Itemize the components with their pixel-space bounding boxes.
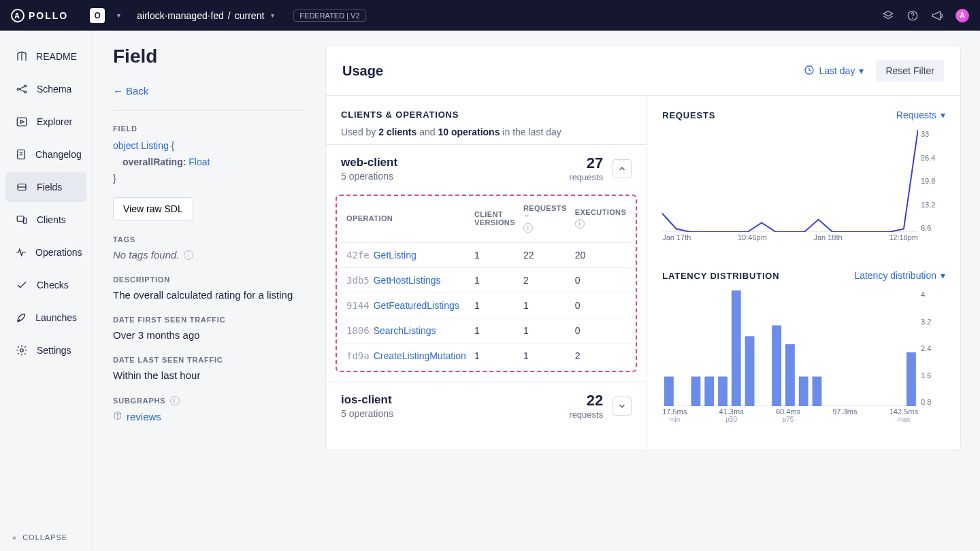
op-hash: fd9a [346, 350, 370, 361]
layers-icon[interactable] [882, 10, 894, 22]
operation-row[interactable]: fd9aCreateListingMutation 1 1 2 [342, 344, 630, 369]
graph-crumb[interactable]: airlock-managed-fed / current ▾ [137, 10, 274, 21]
arrow-left-icon: ← [113, 85, 123, 97]
sidebar-item-launches[interactable]: Launches [5, 303, 86, 333]
graph-icon [15, 82, 29, 96]
info-icon[interactable]: i [170, 396, 180, 405]
client-block-web: web-client 5 operations 27 requests [326, 144, 647, 372]
operation-row[interactable]: 9144GetFeaturedListings 1 1 0 [342, 293, 630, 318]
chevron-down-icon: ▾ [117, 12, 120, 19]
col-operation[interactable]: OPERATION [342, 197, 470, 243]
col-client-versions[interactable]: CLIENT VERSIONS [470, 197, 519, 243]
tags-text: No tags found. [113, 249, 180, 261]
chevron-down-icon: ▾ [941, 270, 945, 281]
org-switcher[interactable]: O [90, 8, 105, 23]
info-icon[interactable]: i [184, 250, 193, 260]
op-requests: 1 [519, 318, 571, 344]
op-executions: 0 [571, 318, 631, 344]
def-type[interactable]: Listing [141, 140, 168, 151]
sidebar: README Schema Explorer Changelog Fields … [0, 31, 93, 551]
svg-marker-7 [21, 120, 24, 124]
sidebar-label: Clients [37, 214, 66, 225]
op-name-link[interactable]: GetListing [374, 250, 416, 261]
sidebar-item-clients[interactable]: Clients [5, 205, 86, 235]
col-requests[interactable]: REQUESTS i [519, 197, 571, 243]
client-block-ios: ios-client 5 operations 22 requests [326, 382, 647, 429]
operation-row[interactable]: 1806SearchListings 1 1 0 [342, 318, 630, 344]
svg-rect-16 [664, 377, 674, 406]
sidebar-label: Fields [37, 182, 62, 193]
op-requests: 1 [519, 344, 571, 369]
view-raw-sdl-button[interactable]: View raw SDL [113, 197, 193, 220]
sidebar-item-explorer[interactable]: Explorer [5, 107, 86, 137]
usage-pane: Usage Last day ▾ Reset Filter [325, 31, 980, 551]
sidebar-label: Changelog [35, 149, 82, 160]
svg-rect-8 [18, 150, 25, 159]
clients-operations-panel: CLIENTS & OPERATIONS Used by 2 clients a… [326, 96, 647, 450]
megaphone-icon[interactable] [931, 10, 943, 22]
col-executions[interactable]: EXECUTIONS i [571, 197, 631, 243]
usage-card: Usage Last day ▾ Reset Filter [325, 46, 961, 450]
brand-text: POLLO [29, 10, 68, 21]
svg-rect-19 [718, 377, 728, 406]
label-tags: TAGS [113, 235, 305, 244]
operation-row[interactable]: 3db5GetHostListings 1 2 0 [342, 268, 630, 293]
sidebar-label: Operations [35, 247, 82, 258]
check-icon [15, 278, 29, 292]
op-requests: 2 [519, 268, 571, 293]
chevron-down-icon: ▾ [271, 12, 274, 19]
op-name-link[interactable]: GetFeaturedListings [374, 300, 459, 311]
info-icon[interactable]: i [523, 223, 533, 233]
info-icon[interactable]: i [575, 219, 585, 229]
time-range-picker[interactable]: Last day ▾ [804, 65, 864, 78]
chevrons-left-icon: « [12, 533, 17, 541]
sidebar-item-checks[interactable]: Checks [5, 270, 86, 300]
op-name-link[interactable]: GetHostListings [374, 275, 441, 286]
expand-client-button[interactable] [612, 397, 632, 416]
sidebar-item-schema[interactable]: Schema [5, 74, 86, 104]
svg-rect-18 [704, 377, 714, 406]
sidebar-item-changelog[interactable]: Changelog [5, 139, 86, 169]
op-name-link[interactable]: SearchListings [374, 325, 436, 336]
label-subgraphs: SUBGRAPHS [113, 397, 166, 405]
requests-chart-block: REQUESTS Requests ▾ 3326.419.813.26.6 Ja… [662, 110, 945, 252]
operation-row[interactable]: 42feGetListing 1 22 20 [342, 243, 630, 268]
op-client-versions: 1 [470, 318, 519, 344]
op-name-link[interactable]: CreateListingMutation [374, 350, 466, 361]
client-header[interactable]: ios-client 5 operations 22 requests [326, 382, 647, 429]
sidebar-item-readme[interactable]: README [5, 41, 86, 71]
clock-icon [804, 65, 815, 78]
requests-chart-picker[interactable]: Requests ▾ [896, 110, 945, 120]
sidebar-label: Launches [35, 312, 77, 323]
collapse-sidebar[interactable]: « COLLAPSE [0, 524, 92, 551]
def-keyword: object [113, 140, 138, 151]
def-field-type[interactable]: Float [189, 156, 210, 167]
user-avatar[interactable]: A [956, 9, 969, 22]
reset-filter-button[interactable]: Reset Filter [876, 60, 944, 82]
brand-logo[interactable]: POLLO [11, 9, 68, 22]
latency-chart-picker[interactable]: Latency distribution ▾ [854, 270, 945, 281]
requests-chart: 3326.419.813.26.6 Jan 17th10:46pmJan 18t… [662, 130, 945, 252]
graph-name: airlock-managed-fed [137, 10, 224, 21]
svg-rect-20 [732, 290, 741, 406]
subgraph-link[interactable]: reviews [113, 411, 305, 422]
collapse-client-button[interactable] [612, 159, 632, 178]
op-client-versions: 1 [470, 344, 519, 369]
requests-chart-heading: REQUESTS [662, 110, 715, 120]
back-link[interactable]: ← Back [113, 85, 305, 97]
book-icon [15, 50, 28, 63]
op-executions: 0 [571, 268, 631, 293]
sidebar-item-fields[interactable]: Fields [5, 172, 86, 202]
sidebar-item-operations[interactable]: Operations [5, 237, 86, 267]
sidebar-item-settings[interactable]: Settings [5, 335, 86, 365]
collapse-label: COLLAPSE [22, 533, 67, 541]
client-request-count: 22 [569, 392, 603, 410]
topbar: POLLO O ▾ airlock-managed-fed / current … [0, 0, 980, 31]
op-hash: 9144 [346, 300, 370, 311]
label-description: DESCRIPTION [113, 276, 305, 284]
client-header[interactable]: web-client 5 operations 27 requests [326, 145, 647, 192]
label-last-seen: DATE LAST SEEN TRAFFIC [113, 356, 305, 364]
def-field-name: overallRating: [122, 156, 186, 167]
chevron-down-icon: ▾ [941, 110, 945, 120]
help-icon[interactable] [906, 10, 919, 22]
